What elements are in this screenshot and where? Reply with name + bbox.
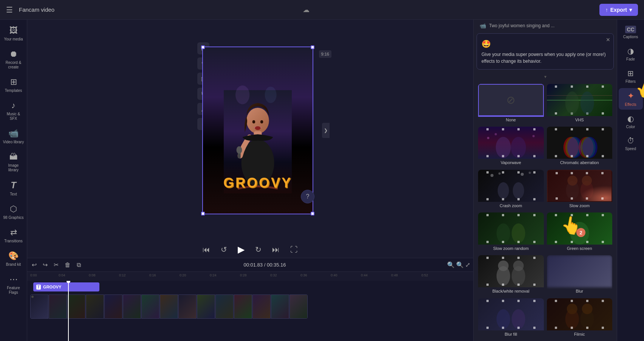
video-thumb-9 — [178, 294, 197, 319]
right-icon-fade[interactable]: ◑ Fade — [619, 43, 643, 64]
effect-blur-fill[interactable]: Blur fill — [478, 298, 544, 338]
sidebar-label-text: Text — [10, 192, 17, 197]
brand-kit-icon: 🎨 — [8, 251, 19, 261]
left-sidebar: 🖼 Your media ⏺ Record &create ⊞ Template… — [0, 20, 27, 341]
color-icon: ◐ — [627, 114, 634, 123]
sidebar-item-text[interactable]: T Text — [2, 177, 26, 200]
sidebar-label-feature-flags: Feature Flags — [3, 286, 24, 295]
video-thumb-3 — [67, 294, 85, 319]
play-button[interactable]: ▶ — [236, 243, 246, 256]
ruler-48: 0:48 — [391, 273, 398, 277]
ruler-16: 0:16 — [149, 273, 156, 277]
fullscreen-button[interactable]: ⛶ — [289, 244, 299, 256]
tooltip-close-button[interactable]: ✕ — [606, 37, 610, 43]
sidebar-item-brand-kit[interactable]: 🎨 Brand kit — [2, 248, 26, 270]
right-icon-effects[interactable]: ✦ Effects 👆 1 — [619, 88, 643, 110]
sidebar-item-your-media[interactable]: 🖼 Your media — [2, 23, 26, 45]
dot45 — [486, 241, 489, 243]
dot55 — [586, 241, 588, 243]
zoom-controls: 🔍 🔍 ⤢ — [447, 261, 470, 268]
zoom-in-button[interactable]: 🔍 — [456, 261, 464, 268]
video-preview: GROOVY — [203, 47, 313, 214]
hamburger-icon[interactable]: ☰ — [6, 5, 13, 14]
svg-point-33 — [582, 175, 592, 186]
svg-point-15 — [487, 137, 489, 139]
forward-button[interactable]: ↻ — [254, 243, 263, 256]
sidebar-label-video-library: Video library — [3, 140, 24, 144]
fade-label: Fade — [626, 57, 635, 61]
dot31 — [517, 198, 520, 200]
rewind-button[interactable]: ⏮ — [201, 244, 212, 256]
video-thumb-2 — [49, 294, 67, 319]
ruler-28: 0:28 — [240, 273, 247, 277]
sidebar-label-your-media: Your media — [4, 37, 23, 42]
video-thumb-4 — [86, 294, 104, 319]
effect-vhs[interactable]: VHS — [547, 84, 613, 124]
effect-blur[interactable]: Blur — [547, 255, 613, 295]
effects-tooltip: ✕ 🤩 Give your media super powers when yo… — [477, 33, 614, 70]
effect-green-screen[interactable]: Green screen — [547, 212, 613, 252]
undo-button[interactable]: ↩ — [30, 260, 38, 270]
zoom-out-button[interactable]: 🔍 — [447, 261, 455, 268]
captions-label: Captions — [623, 35, 638, 39]
svg-point-40 — [513, 260, 524, 271]
replay-button[interactable]: ↺ — [219, 243, 229, 256]
effect-crash-zoom[interactable]: Crash zoom — [478, 170, 544, 209]
sidebar-item-video-library[interactable]: 📹 Video library — [2, 126, 26, 147]
transitions-icon: ⇄ — [10, 228, 17, 237]
right-icon-panel: CC Captions ◑ Fade ⊞ Filters ✦ Effects 👆… — [617, 20, 644, 341]
sidebar-label-record: Record &create — [6, 60, 22, 70]
collapse-right-arrow[interactable]: ❯ — [322, 123, 330, 138]
export-button[interactable]: ↑ Export ▾ — [599, 4, 638, 16]
cut-button[interactable]: ✂ — [52, 260, 60, 270]
redo-button[interactable]: ↪ — [41, 260, 49, 270]
sidebar-label-music: Music & SFX — [3, 112, 24, 121]
canvas-area: ⊡ ⤡ ▣ ↻ △ ≡ — [27, 20, 473, 241]
dot64 — [533, 284, 536, 286]
video-thumb-14 — [271, 294, 289, 319]
effect-filmic[interactable]: Filmic — [547, 298, 613, 338]
effects-grid: ⊘ None — [474, 81, 617, 341]
skip-forward-button[interactable]: ⏭ — [271, 244, 281, 256]
effect-slow-zoom-random[interactable]: Slow zoom random — [478, 212, 544, 252]
effects-panel: 📹 Two joyful women singing and ... ✕ 🤩 G… — [473, 20, 617, 341]
sidebar-label-templates: Templates — [5, 88, 22, 93]
sidebar-item-graphics[interactable]: ⬡ 98 Graphics — [2, 201, 26, 223]
sidebar-item-templates[interactable]: ⊞ Templates — [2, 74, 26, 96]
your-media-icon: 🖼 — [9, 26, 18, 36]
video-thumb-7 — [141, 294, 159, 319]
groovy-clip[interactable]: T GROOVY — [33, 282, 99, 291]
effect-bw-removal[interactable]: Black/white removal — [478, 255, 544, 295]
effect-chromatic-label: Chromatic aberration — [547, 159, 613, 166]
right-icon-color[interactable]: ◐ Color — [619, 111, 643, 132]
sidebar-item-music[interactable]: ♪ Music & SFX — [2, 98, 26, 124]
effect-vaporwave-label: Vaporwave — [478, 159, 544, 166]
cloud-icon: ☁ — [303, 6, 310, 14]
dot56 — [602, 241, 604, 243]
duplicate-button[interactable]: ⧉ — [75, 260, 82, 270]
right-icon-captions[interactable]: CC Captions — [619, 23, 643, 42]
export-chevron-icon: ▾ — [629, 7, 632, 13]
ruler-12: 0:12 — [119, 273, 126, 277]
effect-slow-zoom[interactable]: Slow zoom — [547, 170, 613, 209]
right-icon-filters[interactable]: ⊞ Filters — [619, 66, 643, 87]
sidebar-item-image-library[interactable]: 🏔 Image library — [2, 149, 26, 175]
captions-icon: CC — [625, 26, 636, 33]
effect-vaporwave[interactable]: Vaporwave — [478, 127, 544, 166]
canvas-playback-wrap: ⊡ ⤡ ▣ ↻ △ ≡ — [27, 20, 473, 341]
right-icon-speed[interactable]: ⏱ Speed — [619, 133, 643, 154]
groovy-overlay-text: GROOVY — [223, 175, 292, 191]
dot69 — [486, 327, 489, 329]
sidebar-label-transitions: Transitions — [4, 239, 23, 243]
help-button[interactable]: ? — [301, 190, 314, 203]
expand-button[interactable]: ⤢ — [465, 261, 470, 268]
sidebar-item-transitions[interactable]: ⇄ Transitions — [2, 225, 26, 246]
ruler-8: 0:08 — [89, 273, 96, 277]
effect-none[interactable]: ⊘ None — [478, 84, 544, 124]
delete-button[interactable]: 🗑 — [63, 260, 72, 270]
playhead[interactable] — [68, 281, 69, 341]
sidebar-item-record[interactable]: ⏺ Record &create — [2, 46, 26, 73]
effect-chromatic[interactable]: Chromatic aberration — [547, 127, 613, 166]
pause-icon-1 — [31, 296, 34, 298]
sidebar-item-feature-flags[interactable]: ⋯ Feature Flags — [2, 271, 26, 298]
